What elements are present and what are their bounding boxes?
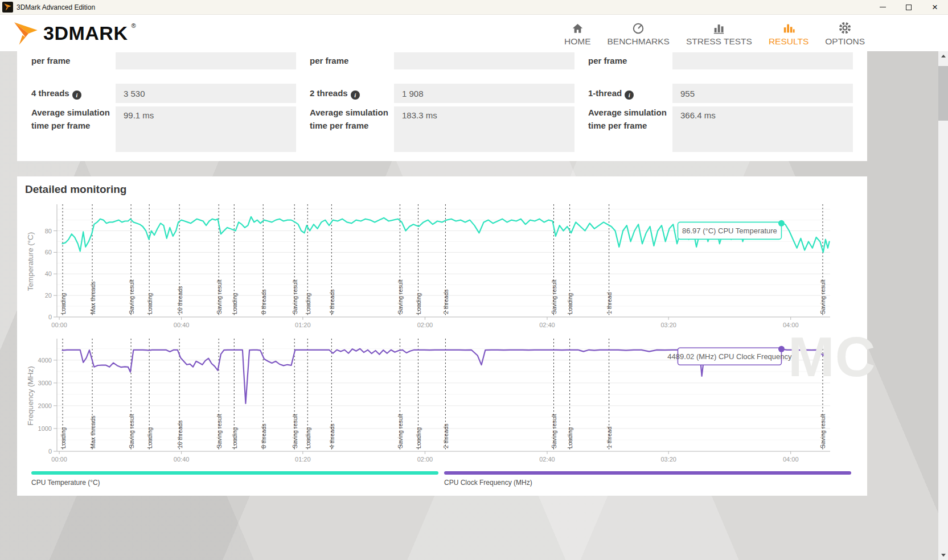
partial-value-box: [672, 52, 853, 69]
maximize-button[interactable]: [896, 0, 922, 15]
legend-item-frequency: CPU Clock Frequency (MHz): [444, 471, 851, 487]
vertical-scrollbar[interactable]: [938, 51, 948, 560]
result-col-1-thread: per frame 1-thread 955 Average simulatio…: [588, 52, 853, 152]
y-tick-label: 1000: [38, 425, 52, 432]
phase-marker-label: Loading: [60, 427, 67, 448]
y-tick-label: 0: [48, 448, 52, 455]
window-titlebar: 3DMark Advanced Edition ×: [0, 0, 948, 15]
options-gear-icon: [838, 20, 852, 35]
info-icon[interactable]: [625, 90, 634, 100]
scroll-down-icon: [941, 554, 946, 557]
time-tick-label: 02:40: [539, 322, 555, 328]
nav-results-label: RESULTS: [769, 36, 809, 47]
phase-marker-label: Saving result: [292, 414, 298, 448]
phase-marker-label: 2 threads: [442, 423, 449, 448]
y-tick-label: 0: [48, 314, 52, 320]
phase-marker-label: Saving result: [819, 414, 826, 448]
phase-marker-label: 4 threads: [329, 289, 335, 314]
score-row-label: 1-thread: [588, 87, 672, 100]
chart-tooltip-text: 86.97 (°C) CPU Temperature: [682, 227, 777, 235]
phase-marker-label: Saving result: [216, 414, 223, 448]
phase-marker-label: Max threads: [89, 281, 96, 314]
window-title: 3DMark Advanced Edition: [17, 3, 95, 11]
scroll-up-icon: [941, 55, 946, 57]
y-tick-label: 4000: [38, 357, 52, 364]
y-tick-label: 20: [45, 292, 52, 299]
score-value-box: 3 530: [116, 84, 296, 103]
phase-marker-label: 8 threads: [260, 289, 267, 314]
phase-marker-label: 16 threads: [177, 420, 183, 448]
partial-row-label: per frame: [310, 55, 394, 68]
scroll-down-button[interactable]: [938, 550, 948, 560]
time-tick-label: 03:20: [660, 456, 676, 463]
avg-sim-time-box: 99.1 ms: [116, 106, 296, 152]
y-tick-label: 3000: [38, 380, 52, 386]
brand-logo[interactable]: 3DMARK ®: [13, 20, 136, 46]
phase-marker-label: Loading: [305, 293, 311, 314]
nav-options-label: OPTIONS: [825, 36, 865, 47]
phase-marker-label: 8 threads: [260, 423, 267, 448]
main-navbar: 3DMARK ® HOME BENCHMARKS ST: [0, 15, 948, 51]
partial-row-label: per frame: [588, 55, 672, 68]
info-icon[interactable]: [72, 90, 81, 100]
y-axis-title: Temperature (°C): [26, 232, 35, 291]
nav-results[interactable]: RESULTS: [769, 20, 809, 47]
score-value-box: 1 908: [394, 84, 574, 103]
close-button[interactable]: ×: [922, 0, 948, 15]
temperature-legend-bar: [31, 471, 438, 475]
home-icon: [571, 20, 584, 35]
nav-home[interactable]: HOME: [564, 20, 591, 47]
close-icon: ×: [932, 2, 938, 12]
phase-marker-label: 1 thread: [606, 426, 613, 448]
phase-marker-label: Loading: [231, 427, 238, 448]
phase-marker-label: Loading: [567, 427, 573, 448]
scrollbar-thumb[interactable]: [938, 66, 948, 121]
benchmarks-gauge-icon: [631, 20, 645, 35]
window-controls: ×: [869, 0, 948, 15]
y-axis-title: Frequency (MHz): [26, 366, 35, 425]
phase-marker-label: Saving result: [551, 414, 557, 448]
temperature-legend-label: CPU Temperature (°C): [31, 479, 438, 487]
nav-stress-tests-label: STRESS TESTS: [686, 36, 752, 47]
brand-name: 3DMARK: [43, 20, 128, 46]
scroll-up-button[interactable]: [938, 51, 948, 61]
stress-tests-bars-icon: [712, 20, 725, 35]
frequency-legend-label: CPU Clock Frequency (MHz): [444, 479, 851, 487]
phase-marker-label: Saving result: [216, 279, 223, 314]
time-tick-label: 00:40: [174, 322, 190, 328]
avg-sim-time-box: 366.4 ms: [672, 106, 853, 152]
nav-stress-tests[interactable]: STRESS TESTS: [686, 20, 752, 47]
legend-item-temperature: CPU Temperature (°C): [31, 471, 438, 487]
score-value-box: 955: [672, 84, 853, 103]
app-icon: [2, 2, 13, 13]
time-tick-label: 01:20: [295, 456, 311, 463]
phase-marker-label: 2 threads: [442, 289, 449, 314]
partial-value-box: [116, 52, 296, 69]
time-tick-label: 02:00: [417, 322, 433, 328]
phase-marker-label: Saving result: [292, 279, 298, 314]
cpu-profile-results-card: per frame 4 threads 3 530 Average simula…: [17, 51, 867, 161]
time-tick-label: 04:00: [783, 322, 799, 328]
phase-marker-label: Loading: [305, 427, 311, 448]
info-icon[interactable]: [351, 90, 360, 100]
phase-marker-label: 16 threads: [177, 286, 183, 314]
nav-options[interactable]: OPTIONS: [825, 20, 865, 47]
phase-marker-label: Loading: [567, 293, 573, 314]
time-tick-label: 02:00: [417, 456, 433, 463]
phase-marker-label: Max threads: [89, 415, 96, 448]
cpu-frequency-chart[interactable]: Frequency (MHz)0100020003000400000:0000:…: [24, 335, 867, 469]
cpu-temperature-chart[interactable]: Temperature (°C)02040608000:0000:4001:20…: [24, 200, 867, 335]
time-tick-label: 01:20: [295, 322, 311, 328]
nav-benchmarks[interactable]: BENCHMARKS: [608, 20, 670, 47]
minimize-button[interactable]: [869, 0, 896, 15]
chart-legend: CPU Temperature (°C) CPU Clock Frequency…: [31, 471, 851, 487]
tooltip-data-point: [778, 346, 785, 352]
content-area: per frame 4 threads 3 530 Average simula…: [0, 51, 938, 560]
time-tick-label: 00:40: [174, 456, 190, 463]
phase-marker-label: Saving result: [397, 279, 404, 314]
phase-marker-label: Saving result: [819, 279, 826, 314]
time-tick-label: 04:00: [783, 456, 799, 463]
partial-row-label: per frame: [31, 55, 116, 68]
phase-marker-label: Saving result: [128, 414, 135, 448]
y-tick-label: 40: [45, 270, 52, 277]
